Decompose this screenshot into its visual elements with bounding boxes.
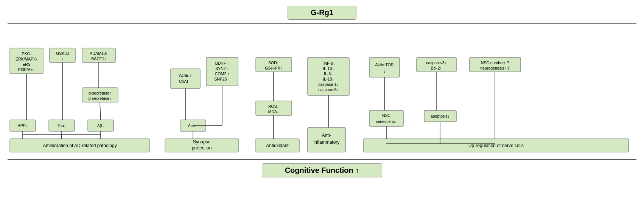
svg-text:ERS: ERS	[22, 62, 31, 67]
top-divider	[8, 23, 636, 24]
svg-text:SOD↑: SOD↑	[268, 61, 279, 65]
svg-text:α-secretase↑: α-secretase↑	[89, 91, 111, 95]
svg-text:GSK3β: GSK3β	[56, 51, 69, 56]
svg-text:NSC: NSC	[382, 113, 391, 118]
svg-text:GSH-PX↑: GSH-PX↑	[265, 66, 282, 70]
svg-text:AchE ↑: AchE ↑	[179, 73, 191, 78]
svg-text:IL-1β↓: IL-1β↓	[323, 66, 334, 71]
svg-text:COM2 ↑: COM2 ↑	[215, 71, 230, 76]
svg-text:TNF-α↓: TNF-α↓	[322, 61, 335, 65]
pathway-diagram: Amelioration of AD-related pathology PKC…	[8, 27, 636, 156]
bottom-divider	[8, 159, 636, 160]
svg-text:Aβ↓: Aβ↓	[97, 123, 104, 128]
svg-text:PI3K/Akt-: PI3K/Akt-	[18, 67, 35, 72]
cognitive-function-box: Cognitive Function ↑	[262, 163, 383, 177]
svg-text:β-secretase↓: β-secretase↓	[89, 96, 111, 101]
svg-text:IL-18↓: IL-18↓	[323, 77, 334, 81]
svg-text:ADAM10↑: ADAM10↑	[90, 51, 107, 56]
svg-text:caspase-5↓: caspase-5↓	[318, 87, 339, 92]
svg-text:senescenc↓: senescenc↓	[376, 119, 397, 124]
svg-line-25	[100, 102, 101, 120]
svg-text:SYN2 ↑: SYN2 ↑	[215, 66, 229, 71]
svg-text:IL-6↓: IL-6↓	[324, 71, 333, 76]
svg-text:Bcl-2↑: Bcl-2↑	[431, 66, 442, 70]
svg-text:caspase-1↓: caspase-1↓	[318, 82, 339, 87]
svg-text:caspase-3↓: caspase-3↓	[426, 61, 446, 65]
svg-text:NSC number↑ ?: NSC number↑ ?	[481, 61, 509, 65]
svg-text:Anti-: Anti-	[322, 133, 331, 138]
grg1-title-box: G-Rg1	[288, 6, 356, 20]
svg-text:Amelioration of AD-related pat: Amelioration of AD-related pathology	[43, 143, 117, 148]
svg-text:protection: protection	[192, 145, 212, 151]
svg-text:Antioxidant: Antioxidant	[266, 143, 289, 148]
svg-text:↓: ↓	[383, 69, 385, 73]
svg-text:-: -	[8, 59, 9, 64]
svg-text:Synapse: Synapse	[193, 139, 211, 144]
svg-text:Akt/mTOR: Akt/mTOR	[375, 62, 394, 67]
svg-text:SNP25 ↑: SNP25 ↑	[214, 77, 230, 81]
svg-text:ERK/MAPK-: ERK/MAPK-	[16, 57, 37, 61]
svg-text:↓: ↓	[61, 56, 63, 61]
svg-text:MDA↓: MDA↓	[268, 109, 279, 114]
diagram-container: G-Rg1 Amelioration of AD-related patholo…	[0, 0, 644, 219]
svg-text:BDNF ↑: BDNF ↑	[215, 61, 229, 65]
svg-rect-35	[171, 69, 200, 89]
svg-text:ChAT ↑: ChAT ↑	[179, 79, 192, 84]
svg-text:APP↓: APP↓	[18, 123, 28, 128]
svg-text:apoptosis↓: apoptosis↓	[431, 114, 450, 118]
svg-text:neurogenesis↑ ?: neurogenesis↑ ?	[480, 66, 509, 70]
svg-text:Tau↓: Tau↓	[58, 123, 66, 128]
svg-text:PKC-: PKC-	[22, 51, 31, 56]
svg-text:BACE1↓: BACE1↓	[91, 56, 106, 61]
svg-rect-72	[369, 57, 400, 77]
svg-text:inflammatory: inflammatory	[314, 140, 340, 145]
svg-text:ROS↓: ROS↓	[268, 104, 279, 109]
